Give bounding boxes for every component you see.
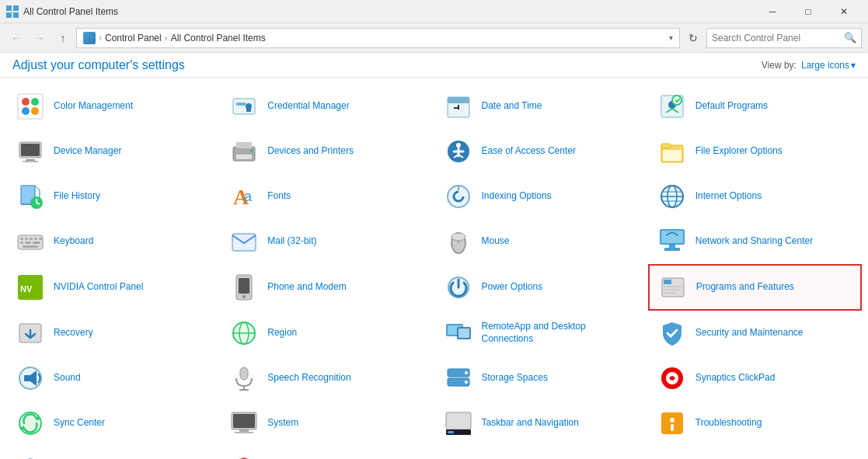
item-keyboard[interactable]: Keyboard bbox=[6, 219, 220, 264]
viewby-dropdown[interactable]: Large icons ▾ bbox=[801, 60, 856, 71]
svg-rect-49 bbox=[34, 238, 37, 240]
item-fonts[interactable]: AaFonts bbox=[220, 174, 434, 219]
svg-rect-25 bbox=[236, 142, 252, 148]
item-troubleshooting[interactable]: Troubleshooting bbox=[648, 401, 862, 446]
restore-button[interactable]: □ bbox=[790, 0, 826, 23]
item-devices-and-printers[interactable]: Devices and Printers bbox=[220, 129, 434, 174]
internet-options-label: Internet Options bbox=[695, 190, 762, 203]
ease-of-access-label: Ease of Access Center bbox=[482, 145, 576, 158]
svg-rect-61 bbox=[669, 245, 675, 248]
item-file-explorer-options[interactable]: File Explorer Options bbox=[648, 129, 862, 174]
svg-point-19 bbox=[672, 96, 682, 105]
breadcrumb-2: All Control Panel Items bbox=[171, 33, 266, 43]
item-recovery[interactable]: Recovery bbox=[6, 311, 220, 356]
svg-rect-31 bbox=[661, 144, 671, 148]
svg-rect-103 bbox=[446, 412, 471, 429]
close-button[interactable]: ✕ bbox=[826, 0, 862, 23]
mail-label: Mail (32-bit) bbox=[267, 235, 316, 248]
item-nvidia-control-panel[interactable]: NVNVIDIA Control Panel bbox=[6, 264, 220, 311]
svg-point-5 bbox=[22, 98, 30, 106]
items-container[interactable]: Color ManagementCredential ManagerDate a… bbox=[0, 78, 868, 459]
address-box[interactable]: › Control Panel › All Control Panel Item… bbox=[76, 28, 680, 48]
item-region[interactable]: Region bbox=[220, 311, 434, 356]
fonts-label: Fonts bbox=[267, 190, 291, 203]
recovery-label: Recovery bbox=[54, 327, 93, 339]
power-options-icon bbox=[443, 272, 474, 303]
titlebar: All Control Panel Items ─ □ ✕ bbox=[0, 0, 868, 23]
item-security-maintenance[interactable]: Security and Maintenance bbox=[648, 311, 862, 356]
adjust-settings-text: Adjust your computer's settings bbox=[12, 58, 762, 72]
item-remoteapp[interactable]: RemoteApp and Desktop Connections bbox=[434, 311, 648, 356]
work-folders-icon bbox=[657, 453, 688, 459]
phone-modem-label: Phone and Modem bbox=[267, 281, 346, 294]
viewby-label: View by: bbox=[762, 60, 797, 71]
item-windows-mobility[interactable]: Windows Mobility Center bbox=[434, 446, 648, 459]
item-phone-modem[interactable]: Phone and Modem bbox=[220, 264, 434, 311]
svg-rect-74 bbox=[664, 289, 682, 290]
item-sync-center[interactable]: Sync Center bbox=[6, 401, 220, 446]
system-label: System bbox=[267, 417, 298, 429]
speech-recognition-label: Speech Recognition bbox=[267, 372, 350, 384]
mouse-icon bbox=[443, 226, 474, 257]
svg-rect-108 bbox=[671, 424, 674, 431]
synaptics-label: Synaptics ClickPad bbox=[695, 372, 776, 384]
fonts-icon: Aa bbox=[228, 181, 260, 212]
default-programs-icon bbox=[657, 91, 688, 122]
back-button[interactable]: ← bbox=[6, 28, 26, 48]
address-icon bbox=[83, 32, 96, 44]
svg-point-92 bbox=[465, 371, 468, 374]
svg-rect-83 bbox=[458, 329, 469, 338]
windows-mobility-icon bbox=[443, 453, 474, 459]
phone-modem-icon bbox=[228, 272, 260, 303]
item-network-sharing[interactable]: Network and Sharing Center bbox=[648, 219, 862, 264]
svg-rect-102 bbox=[235, 432, 253, 433]
refresh-button[interactable]: ↻ bbox=[683, 28, 703, 48]
item-taskbar-navigation[interactable]: Taskbar and Navigation bbox=[434, 401, 648, 446]
item-storage-spaces[interactable]: Storage Spaces bbox=[434, 356, 648, 401]
viewby-arrow-icon: ▾ bbox=[851, 60, 856, 71]
minimize-button[interactable]: ─ bbox=[755, 0, 790, 23]
item-user-accounts[interactable]: User Accounts bbox=[6, 446, 220, 459]
item-power-options[interactable]: Power Options bbox=[434, 264, 648, 311]
item-date-and-time[interactable]: Date and Time bbox=[434, 84, 648, 129]
item-system[interactable]: System bbox=[220, 401, 434, 446]
forward-button[interactable]: → bbox=[30, 28, 50, 48]
item-mail[interactable]: Mail (32-bit) bbox=[220, 219, 434, 264]
item-work-folders[interactable]: Work Folders bbox=[648, 446, 862, 459]
item-indexing-options[interactable]: Indexing Options bbox=[434, 174, 648, 219]
item-default-programs[interactable]: Default Programs bbox=[648, 84, 862, 129]
svg-point-96 bbox=[19, 412, 41, 434]
svg-point-7 bbox=[22, 107, 30, 115]
item-internet-options[interactable]: Internet Options bbox=[648, 174, 862, 219]
item-windows-defender[interactable]: Windows Defender Firewall bbox=[220, 446, 434, 459]
item-speech-recognition[interactable]: Speech Recognition bbox=[220, 356, 434, 401]
search-input[interactable] bbox=[712, 33, 844, 43]
taskbar-navigation-icon bbox=[443, 408, 474, 439]
item-mouse[interactable]: Mouse bbox=[434, 219, 648, 264]
svg-point-93 bbox=[465, 381, 468, 384]
up-button[interactable]: ↑ bbox=[53, 28, 73, 48]
item-device-manager[interactable]: Device Manager bbox=[6, 129, 220, 174]
svg-rect-46 bbox=[20, 238, 23, 240]
svg-rect-48 bbox=[30, 238, 33, 240]
item-ease-of-access[interactable]: Ease of Access Center bbox=[434, 129, 648, 174]
synaptics-icon bbox=[657, 363, 688, 394]
credential-manager-label: Credential Manager bbox=[267, 100, 349, 113]
svg-rect-85 bbox=[24, 375, 30, 381]
svg-rect-12 bbox=[246, 108, 251, 112]
viewby-option: Large icons bbox=[801, 60, 849, 71]
item-file-history[interactable]: File History bbox=[6, 174, 220, 219]
item-color-management[interactable]: Color Management bbox=[6, 84, 220, 129]
window-title: All Control Panel Items bbox=[23, 6, 755, 17]
svg-rect-105 bbox=[448, 431, 454, 433]
sync-center-label: Sync Center bbox=[54, 417, 105, 429]
search-box[interactable]: 🔍 bbox=[706, 28, 862, 48]
svg-rect-32 bbox=[663, 150, 682, 161]
file-explorer-options-label: File Explorer Options bbox=[695, 145, 783, 158]
svg-rect-53 bbox=[33, 242, 40, 244]
item-synaptics[interactable]: Synaptics ClickPad bbox=[648, 356, 862, 401]
item-programs-features[interactable]: Programs and Features bbox=[648, 264, 862, 311]
item-credential-manager[interactable]: Credential Manager bbox=[220, 84, 434, 129]
item-sound[interactable]: Sound bbox=[6, 356, 220, 401]
window-controls: ─ □ ✕ bbox=[755, 0, 862, 23]
